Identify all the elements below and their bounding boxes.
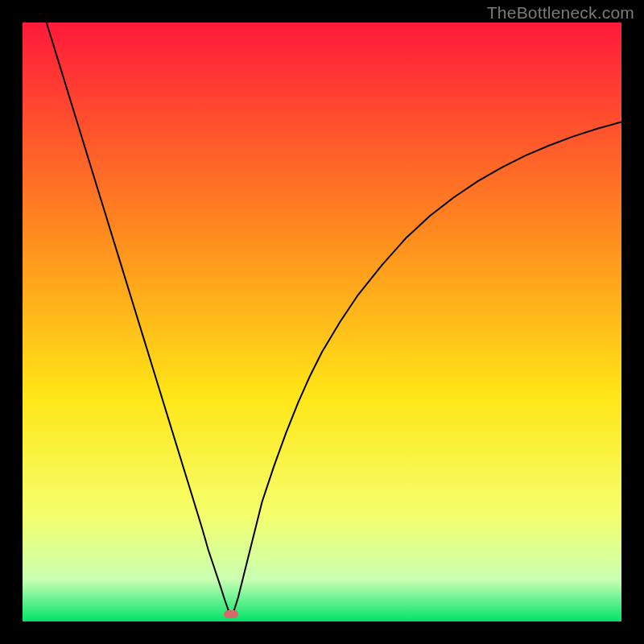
gradient-background	[23, 23, 621, 621]
watermark-label: TheBottleneck.com	[487, 3, 634, 23]
chart-frame	[23, 23, 621, 621]
optimum-marker	[224, 610, 238, 618]
bottleneck-plot	[23, 23, 621, 621]
